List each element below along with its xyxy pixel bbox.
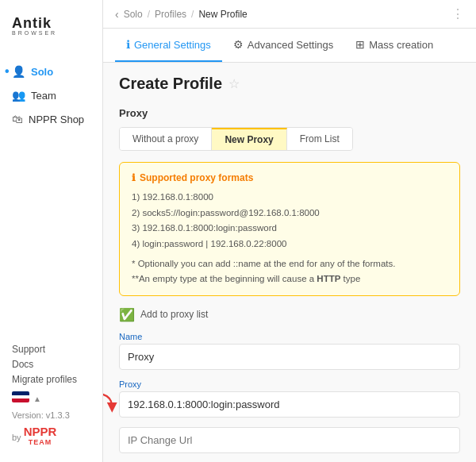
proxy-format-2: 2) socks5://login:password@192.168.0.1:8… (132, 206, 447, 221)
info-icon: ℹ (132, 172, 136, 183)
main-content: ‹ Solo / Profiles / New Profile ⋮ ℹ Gene… (103, 0, 476, 462)
content-area: Create Profile ☆ Proxy Without a proxy N… (103, 63, 476, 462)
logo-area: Antik BROWSER (0, 8, 102, 56)
checkbox-checked-icon[interactable]: ✅ (119, 307, 135, 322)
logo: Antik BROWSER (12, 16, 63, 44)
nppr-text: NPPR (24, 425, 57, 438)
grid-icon: ⊞ (355, 38, 365, 51)
tab-general-label: General Settings (134, 39, 211, 51)
logo-browser-text: BROWSER (12, 30, 57, 36)
checkbox-label: Add to proxy list (140, 309, 208, 320)
support-link[interactable]: Support (12, 344, 90, 355)
team-icon: 👥 (12, 89, 25, 102)
add-to-proxy-list-row: ✅ Add to proxy list (119, 307, 460, 322)
sidebar: Antik BROWSER 👤 Solo 👥 Team 🛍 NPPR Shop … (0, 0, 103, 462)
sidebar-bottom: Support Docs Migrate profiles ▲ Version:… (0, 336, 102, 462)
red-arrow-indicator (103, 391, 119, 414)
by-text: by (12, 433, 21, 442)
ip-change-field-group (119, 427, 460, 453)
nppr-logo: by NPPR TEAM (12, 425, 90, 450)
expand-icon[interactable]: ⋮ (451, 6, 464, 21)
ip-change-input[interactable] (119, 427, 460, 453)
version-text: Version: v1.3.3 (12, 410, 90, 420)
name-input[interactable] (119, 344, 460, 370)
sidebar-item-nppr-shop[interactable]: 🛍 NPPR Shop (0, 107, 102, 131)
proxy-field-label: Proxy (119, 379, 460, 389)
proxy-field-group: Proxy (119, 379, 460, 418)
breadcrumb-profiles[interactable]: Profiles (155, 9, 186, 20)
gear-icon: ⚙ (233, 38, 244, 51)
breadcrumb-solo[interactable]: Solo (124, 9, 143, 20)
info-box-note: * Optionally you can add ::name at the e… (132, 256, 447, 286)
without-proxy-button[interactable]: Without a proxy (120, 128, 212, 150)
proxy-input-group: Proxy (119, 379, 460, 418)
sidebar-item-solo[interactable]: 👤 Solo (0, 60, 102, 83)
proxy-format-3: 3) 192.168.0.1:8000:login:password (132, 221, 447, 237)
sidebar-item-team-label: Team (31, 90, 56, 102)
name-field-group: Name (119, 332, 460, 370)
back-arrow-icon[interactable]: ‹ (115, 8, 119, 21)
proxy-format-4: 4) login:password | 192.168.0.22:8000 (132, 237, 447, 252)
shop-icon: 🛍 (12, 113, 23, 125)
proxy-format-1: 1) 192.168.0.1:8000 (132, 190, 447, 206)
lang-row: ▲ (12, 391, 90, 406)
sidebar-item-team[interactable]: 👥 Team (0, 83, 102, 107)
proxy-type-buttons: Without a proxy New Proxy From List (119, 127, 353, 151)
sidebar-item-solo-label: Solo (31, 66, 53, 78)
info-circle-icon: ℹ (126, 38, 130, 51)
info-box-content: 1) 192.168.0.1:8000 2) socks5://login:pa… (132, 190, 447, 252)
breadcrumb-bar: ‹ Solo / Profiles / New Profile ⋮ (103, 0, 476, 29)
logo-antik-text: Antik (12, 16, 52, 30)
tab-mass-creation[interactable]: ⊞ Mass creation (344, 29, 444, 62)
page-title: Create Profile (119, 75, 222, 93)
proxy-note-2: **An empty type at the beginning will ca… (132, 271, 447, 286)
star-icon[interactable]: ☆ (228, 76, 240, 91)
tab-mass-label: Mass creation (369, 39, 433, 51)
from-list-button[interactable]: From List (287, 128, 352, 150)
proxy-note-1: * Optionally you can add ::name at the e… (132, 256, 447, 271)
nppr-brand: NPPR TEAM (24, 425, 57, 446)
user-icon: 👤 (12, 65, 25, 78)
breadcrumb-sep-1: / (148, 9, 150, 20)
proxy-input[interactable] (119, 391, 460, 418)
chevron-up-icon[interactable]: ▲ (33, 395, 41, 403)
tabs-bar: ℹ General Settings ⚙ Advanced Settings ⊞… (103, 29, 476, 63)
name-field-label: Name (119, 332, 460, 341)
page-title-row: Create Profile ☆ (119, 75, 460, 93)
sidebar-item-shop-label: NPPR Shop (29, 114, 84, 125)
proxy-info-box: ℹ Supported proxy formats 1) 192.168.0.1… (119, 162, 460, 296)
tab-advanced-label: Advanced Settings (248, 39, 333, 51)
docs-link[interactable]: Docs (12, 359, 90, 370)
breadcrumb-current: New Profile (198, 9, 247, 20)
flag-icon (12, 391, 29, 402)
nav-items: 👤 Solo 👥 Team 🛍 NPPR Shop (0, 56, 102, 336)
new-proxy-button[interactable]: New Proxy (212, 128, 286, 150)
proxy-section-label: Proxy (119, 107, 460, 119)
tab-general-settings[interactable]: ℹ General Settings (115, 29, 222, 62)
tab-advanced-settings[interactable]: ⚙ Advanced Settings (222, 29, 344, 62)
breadcrumb-sep-2: / (191, 9, 194, 20)
info-box-title: ℹ Supported proxy formats (132, 172, 447, 183)
team-text: TEAM (24, 438, 57, 446)
migrate-link[interactable]: Migrate profiles (12, 374, 90, 385)
